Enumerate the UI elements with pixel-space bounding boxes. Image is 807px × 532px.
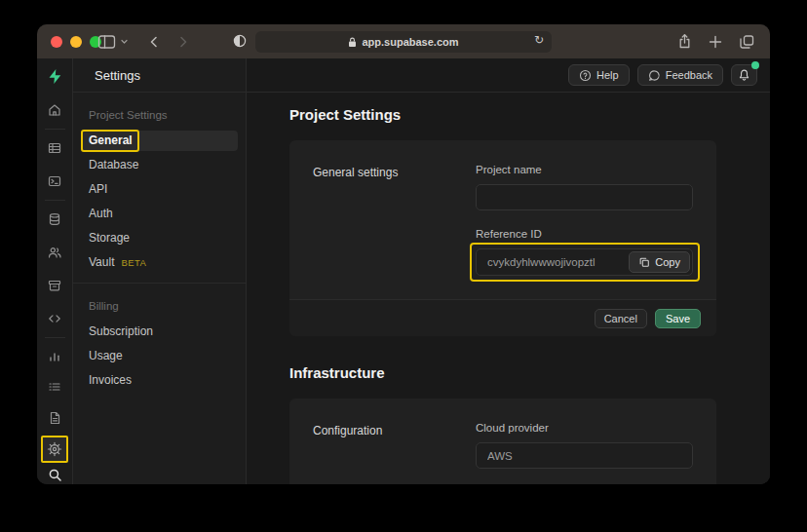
page-title: Project Settings — [289, 106, 770, 123]
sidebar-divider — [45, 337, 65, 338]
lock-icon — [348, 37, 357, 48]
sidebar-item-reports[interactable] — [37, 340, 73, 371]
new-tab-icon[interactable] — [709, 35, 722, 49]
sidebar-item-api-docs[interactable] — [37, 402, 73, 434]
back-icon[interactable] — [148, 35, 160, 49]
logs-icon — [47, 379, 62, 395]
settings-nav-panel: Settings Project Settings General Databa… — [73, 58, 247, 484]
save-button[interactable]: Save — [655, 309, 701, 328]
nav-item-label: Invoices — [89, 373, 132, 387]
infrastructure-card: Configuration Cloud provider Region — [289, 399, 716, 484]
main-content: Help Feedback Project Settings — [247, 58, 770, 484]
sidebar-item-search[interactable] — [37, 465, 73, 484]
general-highlight-box — [81, 130, 139, 152]
supabase-app: Settings Project Settings General Databa… — [37, 58, 770, 484]
main-header: Help Feedback — [247, 58, 770, 93]
general-settings-card: General settings Project name Reference … — [289, 140, 716, 336]
section-label-project-settings: Project Settings — [81, 105, 238, 131]
sidebar-divider — [45, 129, 65, 130]
supabase-logo[interactable] — [37, 58, 73, 94]
nav-item-auth[interactable]: Auth — [81, 204, 238, 224]
cancel-button[interactable]: Cancel — [595, 309, 647, 328]
sidebar-item-settings[interactable] — [37, 434, 73, 465]
sql-editor-icon — [47, 173, 62, 189]
nav-item-vault[interactable]: VaultBETA — [81, 252, 238, 273]
api-docs-icon — [47, 410, 62, 426]
cloud-provider-input[interactable] — [476, 442, 693, 469]
browser-window: app.supabase.com ↻ — [37, 24, 770, 484]
nav-item-label: Usage — [89, 349, 123, 362]
database-icon — [47, 211, 62, 227]
card-section-label: General settings — [313, 164, 476, 276]
nav-item-label: Database — [89, 158, 138, 171]
edge-functions-icon — [47, 311, 62, 326]
sidebar-item-auth[interactable] — [37, 236, 73, 269]
sidebar-item-sql-editor[interactable] — [37, 165, 73, 198]
nav-section-divider — [73, 283, 246, 284]
traffic-lights — [51, 24, 101, 58]
section-label-billing: Billing — [81, 296, 238, 322]
reports-icon — [47, 348, 62, 363]
nav-item-database[interactable]: Database — [81, 155, 238, 175]
sidebar-item-logs[interactable] — [37, 371, 73, 402]
nav-item-storage[interactable]: Storage — [81, 228, 238, 248]
help-label: Help — [596, 69, 619, 81]
help-button[interactable]: Help — [568, 64, 630, 86]
notification-dot — [751, 61, 759, 69]
icon-sidebar — [37, 58, 73, 484]
storage-icon — [47, 278, 62, 293]
sidebar-divider — [45, 200, 65, 201]
nav-item-label: Vault — [89, 255, 114, 269]
nav-item-subscription[interactable]: Subscription — [81, 322, 238, 342]
infrastructure-title: Infrastructure — [289, 364, 770, 381]
minimize-window-button[interactable] — [70, 36, 82, 48]
nav-item-label: Storage — [89, 231, 130, 245]
nav-item-api[interactable]: API — [81, 179, 238, 200]
browser-toolbar: app.supabase.com ↻ — [37, 24, 770, 58]
feedback-label: Feedback — [666, 69, 712, 81]
card-footer: Cancel Save — [289, 299, 716, 336]
share-icon[interactable] — [677, 33, 692, 50]
chevron-down-icon[interactable] — [120, 37, 129, 46]
close-window-button[interactable] — [51, 36, 62, 48]
sidebar-toggle-icon[interactable] — [97, 34, 116, 50]
sidebar-item-table-editor[interactable] — [37, 132, 73, 165]
sidebar-item-database[interactable] — [37, 203, 73, 236]
feedback-button[interactable]: Feedback — [637, 64, 723, 86]
reload-icon[interactable]: ↻ — [534, 33, 544, 47]
forward-icon[interactable] — [177, 35, 189, 49]
nav-item-label: Auth — [89, 207, 113, 220]
search-icon — [47, 467, 63, 483]
copy-icon — [638, 256, 650, 268]
nav-item-label: Subscription — [89, 324, 153, 338]
shield-icon[interactable] — [232, 33, 248, 53]
feedback-bubble-icon — [648, 69, 661, 82]
copy-label: Copy — [655, 256, 680, 268]
copy-button[interactable]: Copy — [629, 251, 690, 273]
settings-highlight-box — [41, 436, 68, 463]
reference-id-label: Reference ID — [476, 228, 693, 240]
nav-item-usage[interactable]: Usage — [81, 346, 238, 366]
nav-item-general[interactable]: General — [81, 131, 238, 151]
beta-badge: BETA — [121, 257, 146, 268]
card-section-label: Configuration — [313, 422, 476, 484]
settings-panel-title: Settings — [73, 58, 246, 93]
sidebar-item-edge-functions[interactable] — [37, 302, 73, 335]
cloud-provider-label: Cloud provider — [476, 422, 693, 434]
tabs-overview-icon[interactable] — [739, 34, 754, 50]
bell-icon — [738, 68, 750, 82]
url-bar[interactable]: app.supabase.com ↻ — [255, 31, 552, 53]
project-name-label: Project name — [476, 164, 693, 175]
auth-users-icon — [47, 245, 62, 260]
project-name-input[interactable] — [476, 184, 693, 210]
nav-item-label: API — [89, 182, 107, 196]
sidebar-item-storage[interactable] — [37, 269, 73, 302]
sidebar-item-home[interactable] — [37, 94, 73, 127]
reference-id-field: Copy — [476, 248, 693, 276]
notifications-button[interactable] — [731, 64, 757, 86]
url-text: app.supabase.com — [362, 36, 458, 48]
home-icon — [47, 102, 62, 118]
nav-item-invoices[interactable]: Invoices — [81, 370, 238, 391]
table-editor-icon — [47, 140, 62, 156]
help-icon — [579, 69, 592, 82]
